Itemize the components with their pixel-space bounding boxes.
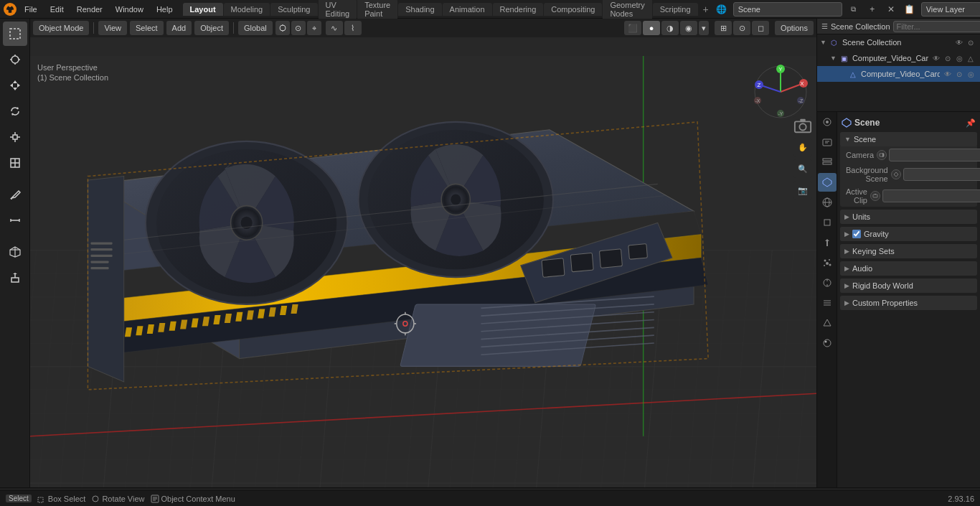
workspace-tab-modeling[interactable]: Modeling [224, 3, 270, 16]
gravity-checkbox[interactable] [852, 230, 861, 238]
prop-tab-render[interactable] [818, 113, 837, 131]
camera-field[interactable] [889, 149, 980, 161]
rigid-body-header[interactable]: ▶ Rigid Body World [840, 278, 977, 293]
camera-persp-icon-btn[interactable]: 📷 [793, 181, 812, 200]
viewport-canvas[interactable]: User Perspective (1) Scene Collection X … [30, 37, 816, 487]
prop-tab-material[interactable] [818, 334, 837, 352]
bg-scene-dot[interactable] [891, 169, 901, 179]
visibility-icon[interactable]: 👁 [954, 37, 964, 47]
keying-sets-header[interactable]: ▶ Keying Sets [840, 244, 977, 258]
move-tool[interactable] [3, 73, 27, 98]
visibility-icon-3[interactable]: 👁 [943, 69, 953, 79]
active-clip-field[interactable] [882, 189, 980, 202]
outliner-search[interactable] [893, 21, 980, 32]
viewport-shading-material[interactable]: ◑ [661, 21, 679, 35]
view-menu-button[interactable]: View [98, 21, 127, 35]
custom-props-header[interactable]: ▶ Custom Properties [840, 296, 977, 310]
prop-tab-constraints[interactable] [818, 294, 837, 312]
render-icon-2[interactable]: ◎ [966, 69, 976, 79]
workspace-tab-scripting[interactable]: Scripting [653, 3, 698, 16]
menu-help[interactable]: Help [151, 4, 179, 15]
camera-icon-btn[interactable] [793, 116, 812, 135]
add-menu-button[interactable]: Add [166, 21, 192, 35]
box-select-status[interactable]: Box Select [37, 495, 86, 503]
cursor-tool[interactable] [3, 47, 27, 72]
graph-icon[interactable]: ∿ [326, 21, 343, 35]
active-clip-dot[interactable] [870, 191, 880, 201]
options-button[interactable]: Options [775, 21, 814, 35]
prop-tab-particles[interactable] [818, 253, 837, 272]
extrude-tool[interactable] [3, 266, 27, 290]
visibility-icon-2[interactable]: 👁 [931, 53, 941, 63]
scene-remove-icon[interactable]: ✕ [884, 2, 898, 17]
measure-tool[interactable] [3, 208, 27, 233]
prop-tab-scene[interactable] [818, 173, 837, 192]
envelope-icon[interactable]: ⌇ [344, 21, 362, 35]
menu-file[interactable]: File [19, 4, 43, 15]
xray-toggle[interactable]: ◻ [752, 21, 769, 35]
camera-color-dot[interactable] [877, 150, 887, 160]
workspace-tab-texture[interactable]: Texture Paint [357, 0, 397, 20]
scale-tool[interactable] [3, 125, 27, 149]
viewport-shading-wire[interactable]: ⬛ [624, 21, 641, 35]
select-status[interactable]: Select [6, 495, 32, 502]
workspace-tab-compositing[interactable]: Compositing [544, 3, 602, 16]
rotate-tool[interactable] [3, 99, 27, 123]
workspace-tab-geometry[interactable]: Geometry Nodes [603, 0, 651, 20]
prop-tab-modifiers[interactable] [818, 233, 837, 252]
workspace-tab-shading[interactable]: Shading [398, 3, 441, 16]
prop-tab-data[interactable] [818, 314, 837, 332]
workspace-tab-rendering[interactable]: Rendering [493, 3, 544, 16]
select-icon-3[interactable]: ⊙ [954, 69, 964, 79]
navigation-gizmo[interactable]: X Y Z -X -Y -Z [752, 63, 809, 121]
zoom-icon-btn[interactable]: 🔍 [793, 159, 812, 178]
select-box-tool[interactable] [3, 22, 27, 46]
prop-tab-world[interactable] [818, 193, 837, 212]
context-menu-status[interactable]: Object Context Menu [151, 495, 235, 503]
audio-section-header[interactable]: ▶ Audio [840, 261, 977, 276]
proportional-icon[interactable]: ⊙ [291, 21, 306, 35]
outliner-scene-collection[interactable]: ▼ ⬡ Scene Collection 👁 ⊙ [817, 34, 980, 50]
prop-tab-object[interactable] [818, 213, 837, 232]
shading-options[interactable]: ▾ [699, 21, 709, 35]
add-workspace-button[interactable]: + [699, 2, 713, 17]
add-cube-tool[interactable] [3, 240, 27, 264]
transform-tool[interactable] [3, 151, 27, 175]
workspace-tab-sculpting[interactable]: Sculpting [270, 3, 317, 16]
menu-render[interactable]: Render [71, 4, 108, 15]
viewport-shading-render[interactable]: ◉ [680, 21, 697, 35]
render-icon[interactable]: ◎ [954, 53, 964, 63]
view-layer-selector[interactable] [921, 2, 980, 17]
background-scene-field[interactable] [903, 168, 980, 181]
object-menu-button[interactable]: Object [194, 21, 229, 35]
annotate-tool[interactable] [3, 182, 27, 207]
hand-pan-icon-btn[interactable]: ✋ [793, 138, 812, 156]
rotate-view-status[interactable]: Rotate View [91, 495, 144, 503]
scene-copy-icon[interactable]: ⧉ [847, 2, 861, 17]
menu-edit[interactable]: Edit [44, 4, 70, 15]
3d-viewport[interactable]: Object Mode View Select Add Object Globa… [30, 19, 816, 487]
pin-scene-icon[interactable]: 📌 [966, 118, 976, 128]
select-menu-button[interactable]: Select [130, 21, 164, 35]
scene-selector[interactable] [733, 2, 842, 17]
select-icon-2[interactable]: ⊙ [943, 53, 953, 63]
blender-online-icon[interactable]: 🌐 [715, 2, 729, 17]
workspace-tab-layout[interactable]: Layout [183, 3, 223, 16]
transform-global-button[interactable]: Global [238, 21, 273, 35]
scene-section-header[interactable]: ▼ Scene [840, 132, 977, 146]
units-section-header[interactable]: ▶ Units [840, 210, 977, 224]
prop-tab-output[interactable] [818, 133, 837, 151]
object-mode-button[interactable]: Object Mode [33, 21, 89, 35]
holdout-icon[interactable]: △ [966, 53, 976, 63]
gravity-section-header[interactable]: ▶ Gravity [840, 227, 977, 241]
menu-window[interactable]: Window [110, 4, 149, 15]
snap-icon[interactable] [275, 21, 290, 35]
gizmo-toggle[interactable]: ⊞ [715, 21, 732, 35]
scene-add-icon[interactable]: + [865, 2, 880, 17]
viewport-shading-solid[interactable]: ● [643, 21, 660, 35]
outliner-video-card-mesh[interactable]: ▶ △ Computer_Video_Card 👁 ⊙ ◎ [817, 66, 980, 82]
select-icon[interactable]: ⊙ [966, 37, 976, 47]
workspace-tab-uv[interactable]: UV Editing [319, 0, 357, 20]
snap-options[interactable]: ⌖ [307, 21, 321, 35]
prop-tab-view-layer[interactable] [818, 153, 837, 172]
